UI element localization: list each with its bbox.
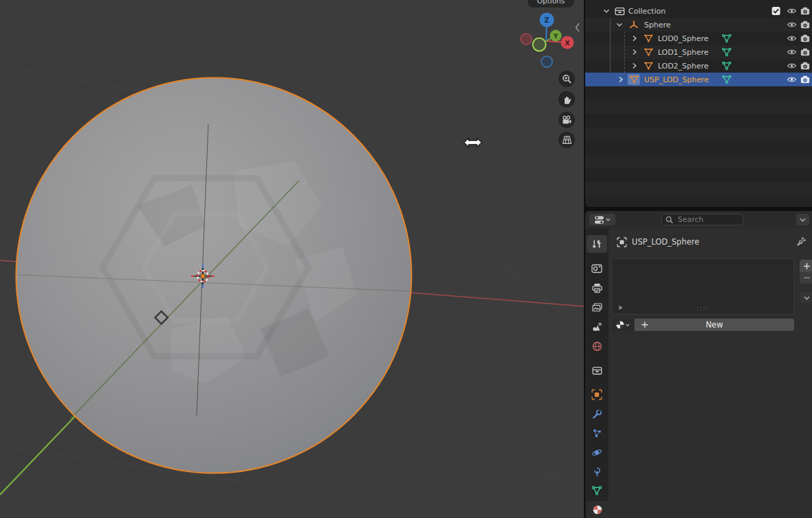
object-properties-icon	[591, 389, 602, 400]
outliner-label[interactable]: LOD2_Sphere	[658, 62, 709, 71]
orthographic-toggle-button[interactable]	[558, 132, 575, 148]
new-material-button[interactable]: New	[635, 319, 794, 331]
tab-constraints[interactable]	[587, 463, 607, 480]
material-slots-list[interactable]: ::::	[611, 258, 794, 314]
outliner-row-sphere[interactable]: Sphere	[585, 18, 812, 32]
chevron-right-icon[interactable]	[632, 35, 637, 42]
search-input[interactable]	[676, 214, 739, 225]
tab-render[interactable]	[587, 260, 607, 278]
hand-icon	[562, 95, 572, 105]
checkbox-icon[interactable]	[772, 7, 780, 16]
plus-icon	[641, 321, 649, 329]
mesh-object-icon	[643, 62, 654, 71]
collection-box-icon	[592, 366, 602, 375]
outliner-label[interactable]: Sphere	[644, 21, 671, 29]
properties-tab-strip	[585, 228, 608, 518]
chevron-down-icon	[626, 323, 630, 327]
hide-eye-icon[interactable]	[787, 35, 797, 42]
outliner-row-lod1[interactable]: LOD1_Sphere	[585, 45, 812, 59]
chevron-down-icon[interactable]	[616, 22, 623, 27]
camera-disable-icon[interactable]	[800, 21, 810, 29]
remove-slot-button[interactable]	[800, 272, 812, 284]
outliner-row-lod0[interactable]: LOD0_Sphere	[585, 32, 812, 45]
properties-header	[585, 211, 812, 228]
camera-disable-icon[interactable]	[800, 48, 810, 56]
zoom-button[interactable]	[558, 71, 575, 87]
sidebar-collapse-icon[interactable]	[575, 23, 580, 32]
breadcrumb-object-name[interactable]: USP_LOD_Sphere	[632, 237, 700, 247]
tab-modifiers[interactable]	[587, 405, 607, 423]
printer-icon	[592, 283, 602, 293]
camera-view-button[interactable]	[558, 112, 575, 128]
camera-disable-icon[interactable]	[800, 7, 810, 15]
outliner-label[interactable]: Collection	[628, 7, 665, 16]
viewport-3d[interactable]: Options Z Y X	[0, 0, 584, 518]
hide-eye-icon[interactable]	[787, 8, 797, 15]
properties-editor[interactable]: USP_LOD_Sphere ::::	[585, 211, 812, 518]
material-sphere-icon	[592, 504, 603, 515]
resize-grip[interactable]: ::::	[697, 305, 709, 312]
chevron-down-icon	[606, 218, 611, 221]
editor-type-button[interactable]	[589, 214, 615, 225]
tab-view-layer[interactable]	[587, 298, 607, 316]
tab-object[interactable]	[587, 386, 607, 404]
hide-eye-icon[interactable]	[787, 62, 797, 70]
outliner-label[interactable]: LOD1_Sphere	[658, 48, 709, 57]
mesh-data-icon	[591, 486, 602, 495]
tab-world[interactable]	[587, 337, 607, 355]
disclosure-triangle-icon[interactable]	[618, 305, 624, 310]
axis-z-label: Z	[544, 16, 549, 24]
chevron-down-icon	[804, 296, 810, 300]
mesh-data-icon	[722, 34, 732, 43]
slot-specials-button[interactable]	[800, 292, 812, 304]
hide-eye-icon[interactable]	[787, 21, 797, 29]
tab-tool[interactable]	[587, 235, 607, 253]
tab-particles[interactable]	[587, 424, 607, 442]
outliner-editor[interactable]: Collection Sphere	[585, 0, 812, 207]
grid-perspective-icon	[562, 135, 572, 145]
tab-output[interactable]	[587, 279, 607, 297]
chevron-right-icon[interactable]	[632, 49, 637, 56]
navigation-gizmo[interactable]: Z Y X	[515, 10, 574, 73]
physics-orbit-icon	[591, 447, 602, 458]
chevron-down-icon	[800, 218, 806, 222]
constraint-icon	[592, 467, 602, 477]
mesh-data-icon	[722, 62, 732, 71]
header-options-button[interactable]	[796, 214, 809, 225]
browse-material-button[interactable]	[611, 319, 634, 331]
tab-scene[interactable]	[587, 318, 607, 336]
mesh-object-icon	[643, 48, 654, 57]
camera-disable-icon[interactable]	[800, 62, 810, 70]
pan-button[interactable]	[558, 91, 575, 108]
add-slot-button[interactable]	[800, 260, 812, 272]
chevron-right-icon[interactable]	[632, 62, 637, 69]
material-browse-icon	[615, 320, 625, 330]
pin-icon[interactable]	[797, 236, 807, 246]
outliner-row-usp-lod-sphere[interactable]: USP_LOD_Sphere	[585, 73, 812, 86]
new-material-label: New	[706, 320, 723, 330]
camera-disable-icon[interactable]	[800, 75, 810, 84]
tab-material-active[interactable]	[587, 501, 608, 518]
mesh-data-icon	[722, 48, 732, 57]
outliner-label[interactable]: LOD0_Sphere	[658, 34, 709, 43]
axis-neg-y-ball[interactable]	[533, 38, 546, 51]
chevron-down-icon[interactable]	[603, 8, 610, 14]
hide-eye-icon[interactable]	[787, 76, 797, 84]
search-box[interactable]	[661, 214, 743, 225]
hide-eye-icon[interactable]	[787, 49, 797, 56]
tab-physics[interactable]	[587, 443, 607, 461]
axis-neg-z-ball[interactable]	[541, 56, 552, 67]
outliner-label-active[interactable]: USP_LOD_Sphere	[644, 75, 709, 84]
axis-neg-x-ball[interactable]	[521, 34, 532, 45]
camera-disable-icon[interactable]	[800, 34, 810, 42]
outliner-row-collection[interactable]: Collection	[585, 4, 812, 18]
tab-collection[interactable]	[587, 361, 607, 379]
axis-x-label: X	[565, 40, 570, 47]
options-button[interactable]: Options	[527, 0, 575, 8]
outliner-row-lod2[interactable]: LOD2_Sphere	[585, 59, 812, 73]
images-stack-icon	[592, 303, 602, 312]
zoom-icon	[562, 74, 572, 84]
chevron-right-icon[interactable]	[618, 76, 624, 83]
tab-object-data[interactable]	[587, 482, 607, 500]
world-globe-icon	[592, 341, 602, 352]
